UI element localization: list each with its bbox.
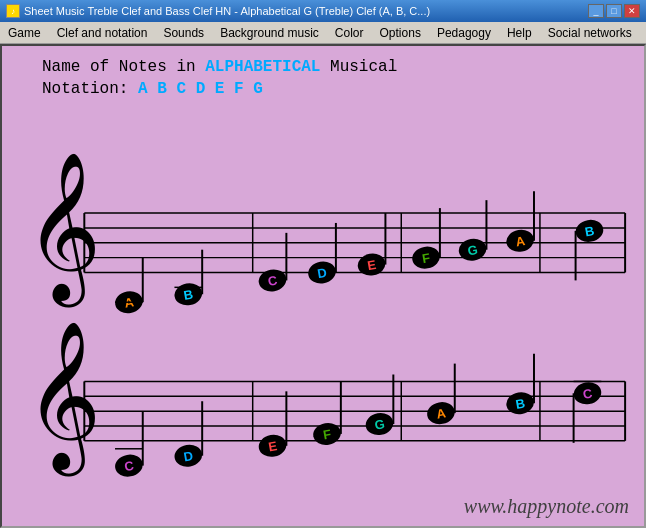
menu-game[interactable]: Game xyxy=(0,24,49,42)
title-musical: Musical xyxy=(320,58,397,76)
maximize-button[interactable]: □ xyxy=(606,4,622,18)
menu-social[interactable]: Social networks xyxy=(540,24,640,42)
title-prefix: Name of Notes in xyxy=(42,58,205,76)
menu-clef[interactable]: Clef and notation xyxy=(49,24,156,42)
menu-color[interactable]: Color xyxy=(327,24,372,42)
svg-text:𝄞: 𝄞 xyxy=(25,322,101,477)
window-controls: _ □ ✕ xyxy=(588,4,640,18)
menu-help[interactable]: Help xyxy=(499,24,540,42)
main-content: Name of Notes in ALPHABETICAL Musical No… xyxy=(0,44,646,528)
window-title: Sheet Music Treble Clef and Bass Clef HN… xyxy=(24,5,430,17)
title-bar-left: ♪ Sheet Music Treble Clef and Bass Clef … xyxy=(6,4,430,18)
title-notes: A B C D E F G xyxy=(138,80,263,98)
notation-title: Name of Notes in ALPHABETICAL Musical No… xyxy=(42,56,397,101)
title-alphabetical: ALPHABETICAL xyxy=(205,58,320,76)
app-icon: ♪ xyxy=(6,4,20,18)
menu-options[interactable]: Options xyxy=(372,24,429,42)
minimize-button[interactable]: _ xyxy=(588,4,604,18)
close-button[interactable]: ✕ xyxy=(624,4,640,18)
menu-bar: Game Clef and notation Sounds Background… xyxy=(0,22,646,44)
svg-text:𝄞: 𝄞 xyxy=(25,153,101,308)
title-notation: Notation: xyxy=(42,80,138,98)
title-bar: ♪ Sheet Music Treble Clef and Bass Clef … xyxy=(0,0,646,22)
website-url: www.happynote.com xyxy=(464,495,629,518)
menu-sounds[interactable]: Sounds xyxy=(155,24,212,42)
music-notation: 𝄞 𝄞 A B C D E F G xyxy=(12,114,638,528)
menu-pedagogy[interactable]: Pedagogy xyxy=(429,24,499,42)
menu-background-music[interactable]: Background music xyxy=(212,24,327,42)
